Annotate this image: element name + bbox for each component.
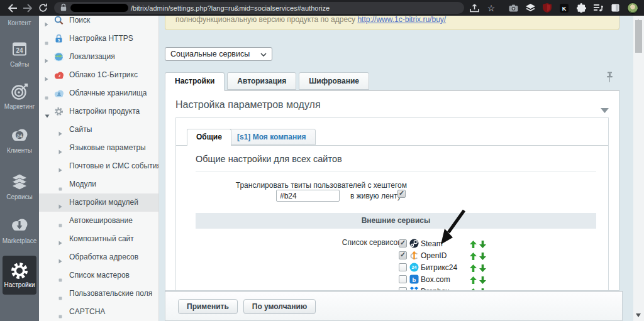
svg-text:24: 24	[412, 265, 417, 269]
tab-settings[interactable]: Настройки	[165, 72, 225, 90]
sidebar-item-services[interactable]: Сервисы	[0, 173, 39, 200]
menu-item-label: CAPTCHA	[69, 303, 105, 321]
menu-item-module-settings[interactable]: Настройки модулей	[39, 193, 158, 212]
service-row-dropbox: Dropbox	[399, 286, 512, 291]
settings-icon	[3, 261, 36, 279]
marketing-icon	[0, 83, 39, 101]
share-icon[interactable]	[469, 3, 479, 13]
apply-button[interactable]: Применить	[178, 299, 238, 314]
back-icon[interactable]	[5, 4, 20, 13]
arrow-marker-icon	[58, 237, 62, 248]
playlist-extension-icon[interactable]	[593, 3, 603, 13]
bitrix24-checkbox[interactable]	[399, 263, 407, 271]
menu-item-label: Облако 1С-Битрикс	[69, 66, 138, 84]
form-footer: Применить По умолчанию	[165, 291, 623, 321]
default-button[interactable]: По умолчанию	[243, 299, 316, 314]
sites-icon: 24	[0, 41, 39, 58]
module-select[interactable]: Социальные сервисы	[165, 47, 272, 61]
move-up-icon[interactable]	[470, 251, 477, 263]
menu-item-captcha[interactable]: CAPTCHA	[39, 303, 158, 321]
move-up-icon[interactable]	[470, 275, 477, 286]
arrow-marker-icon	[58, 128, 62, 139]
hashtag-input[interactable]	[276, 190, 340, 202]
menu-item-mail-sms-events[interactable]: Почтовые и СМС события	[39, 157, 158, 175]
tab-s1-company[interactable]: [s1] Моя компания	[228, 129, 316, 145]
menu-item-autocache[interactable]: Автокеширование	[39, 212, 158, 230]
sidebar-item-marketing[interactable]: Маркетинг	[0, 83, 39, 110]
menu-item-label: Облачные хранилища	[69, 84, 147, 102]
sidebar-item-content[interactable]: Контент	[0, 16, 39, 26]
arrow-marker-icon	[45, 18, 48, 30]
bullet-marker-icon	[58, 182, 62, 193]
menu-item-language-params[interactable]: Языковые параметры	[39, 139, 158, 157]
menu-item-address-processing[interactable]: Обработка адресов	[39, 248, 158, 266]
menu-item-composite-site[interactable]: Композитный сайт	[39, 230, 158, 248]
steam-checkbox[interactable]	[399, 239, 407, 248]
arrow-marker-icon	[45, 73, 48, 84]
arrow-marker-icon	[58, 200, 62, 212]
scroll-down-arrow[interactable]	[636, 313, 641, 317]
menu-item-user-fields[interactable]: Пользовательские поля	[39, 285, 158, 303]
move-up-icon[interactable]	[470, 263, 477, 275]
extensions-puzzle-icon[interactable]	[576, 3, 586, 13]
menu-item-modules[interactable]: Модули	[39, 175, 158, 193]
module-settings-panel: Настройка параметров модуля Общие [s1] М…	[165, 90, 619, 291]
sidepanel-extension-icon[interactable]	[610, 3, 620, 13]
box-checkbox[interactable]	[399, 275, 407, 283]
menu-item-https-settings[interactable]: sНастройка HTTPS	[39, 30, 158, 48]
pin-icon[interactable]	[606, 72, 614, 85]
collapse-caret-icon[interactable]	[601, 104, 609, 116]
expanded-marker-icon	[45, 109, 50, 121]
move-down-icon[interactable]	[479, 239, 486, 251]
menu-item-sites[interactable]: Сайты	[39, 121, 158, 139]
menu-item-label: Сайты	[69, 121, 92, 139]
tab-encryption[interactable]: Шифрование	[299, 72, 369, 90]
move-up-icon[interactable]	[470, 239, 477, 251]
profile-avatar[interactable]	[627, 3, 638, 14]
menu-item-product-settings[interactable]: Настройки продукта	[39, 102, 158, 121]
move-down-icon[interactable]	[479, 263, 486, 275]
screenshot-extension-icon[interactable]	[508, 3, 518, 13]
menu-item-wizard-list[interactable]: Список мастеров	[39, 266, 158, 285]
move-down-icon[interactable]	[479, 275, 486, 286]
kagi-extension-icon[interactable]: K	[559, 3, 569, 13]
admin-menu: ПоискsНастройка HTTPSЛокализацияОблако 1…	[39, 16, 159, 321]
menu-item-label: Настройка HTTPS	[69, 30, 133, 48]
svg-text:K: K	[562, 5, 567, 11]
page-scrollbar[interactable]	[633, 16, 644, 321]
sidebar-item-sites[interactable]: 24Сайты	[0, 41, 39, 68]
menu-item-cloud-storage[interactable]: Облачные хранилища	[39, 84, 158, 102]
menu-item-label: Настройки продукта	[69, 102, 140, 121]
menu-item-label: Настройки модулей	[69, 193, 138, 212]
sidebar-item-clients[interactable]: 24Клиенты	[0, 127, 39, 154]
openid-checkbox[interactable]	[399, 251, 407, 259]
move-down-icon[interactable]	[479, 251, 486, 263]
sidebar-item-marketplace[interactable]: Marketplace	[0, 217, 39, 244]
menu-item-localization[interactable]: Локализация	[39, 48, 158, 66]
stack-extension-icon[interactable]	[525, 3, 535, 13]
reload-icon[interactable]	[35, 3, 50, 13]
livefeed-checkbox[interactable]	[397, 190, 406, 198]
service-name: OpenID	[421, 251, 447, 260]
https-settings-icon: s	[54, 34, 64, 46]
service-name: Битрикс24	[421, 263, 457, 272]
bookmark-star-icon[interactable]: ☆	[486, 3, 496, 13]
menu-item-search[interactable]: Поиск	[39, 16, 158, 30]
bullet-marker-icon	[45, 91, 48, 102]
menu-item-label: Модули	[69, 175, 96, 193]
menu-item-cloud-1c-bitrix[interactable]: Облако 1С-Битрикс	[39, 66, 158, 84]
notice-text: полнофункциональную версию продукта по а…	[175, 16, 357, 24]
buy-link[interactable]: http://www.1c-bitrix.ru/buy/	[357, 16, 446, 24]
ublock-shield-icon[interactable]	[542, 3, 552, 13]
steam-icon	[409, 239, 419, 248]
redacted-domain	[70, 4, 128, 12]
sidebar-item-settings[interactable]: Настройки	[3, 256, 36, 295]
tab-authorization[interactable]: Авторизация	[227, 72, 296, 90]
forward-icon[interactable]	[20, 4, 35, 13]
tab-general[interactable]: Общие	[187, 129, 231, 146]
scrollbar-thumb[interactable]	[635, 20, 642, 53]
general-section-title: Общие настройки для всех сайтов	[196, 154, 342, 164]
address-bar[interactable]: /bitrix/admin/settings.php?lang=ru&mid=s…	[54, 2, 464, 14]
bitrix24-icon: 24	[409, 263, 419, 272]
sidebar-item-label: Сайты	[0, 61, 39, 68]
